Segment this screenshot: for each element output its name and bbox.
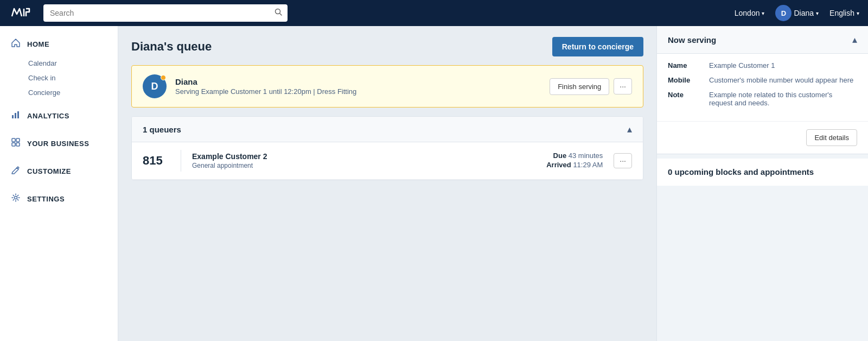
note-label: Note xyxy=(668,91,700,107)
sidebar-home-subitems: Calendar Check in Concierge xyxy=(0,56,118,100)
svg-rect-6 xyxy=(12,138,15,142)
user-name: Diana xyxy=(794,9,814,17)
svg-rect-7 xyxy=(16,138,20,142)
customize-icon xyxy=(11,165,21,178)
sidebar-section-analytics: ANALYTICS xyxy=(0,104,118,128)
your-business-icon xyxy=(11,137,21,150)
queuer-more-button[interactable]: ··· xyxy=(614,153,632,168)
page-header: Diana's queue Return to concierge xyxy=(131,37,643,56)
language-caret-icon: ▾ xyxy=(857,10,859,16)
language-selector[interactable]: English ▾ xyxy=(829,9,859,17)
note-value: Example note related to this customer's … xyxy=(709,91,857,107)
now-serving-header: Now serving ▴ xyxy=(657,26,868,54)
queuer-info: Example Customer 2 General appointment xyxy=(192,152,546,169)
avatar-status-dot xyxy=(161,75,166,80)
now-serving-collapse-button[interactable]: ▴ xyxy=(852,34,857,46)
sidebar-section-your-business: YOUR BUSINESS xyxy=(0,132,118,155)
queuer-service: General appointment xyxy=(192,162,546,169)
queuer-number: 815 xyxy=(143,154,181,168)
sidebar-item-home[interactable]: HOME xyxy=(0,33,118,56)
sidebar-analytics-label: ANALYTICS xyxy=(27,112,69,120)
user-menu[interactable]: D Diana ▾ xyxy=(775,5,819,21)
sidebar-section-settings: SETTINGS xyxy=(0,187,118,211)
sidebar-home-label: HOME xyxy=(27,40,49,48)
sidebar-customize-label: CUSTOMIZE xyxy=(27,167,71,175)
mobile-label: Mobile xyxy=(668,76,700,84)
app-header: London ▾ D Diana ▾ English ▾ xyxy=(0,0,868,26)
name-label: Name xyxy=(668,61,700,70)
now-serving-section: Now serving ▴ Name Example Customer 1 Mo… xyxy=(657,26,868,154)
logo xyxy=(9,4,33,22)
location-selector[interactable]: London ▾ xyxy=(735,9,765,17)
mobile-value: Customer's mobile number would appear he… xyxy=(709,76,857,84)
main-layout: HOME Calendar Check in Concierge ANALYTI… xyxy=(0,26,868,341)
finish-serving-button[interactable]: Finish serving xyxy=(550,78,609,95)
table-row: 815 Example Customer 2 General appointme… xyxy=(132,142,643,180)
language-label: English xyxy=(829,9,854,17)
serving-actions: Finish serving ··· xyxy=(550,78,632,95)
queuer-name: Example Customer 2 xyxy=(192,152,546,161)
queuers-card: 1 queuers ▴ 815 Example Customer 2 Gener… xyxy=(131,116,643,180)
sidebar-item-your-business[interactable]: YOUR BUSINESS xyxy=(0,132,118,155)
queuers-count: 1 queuers xyxy=(143,125,181,134)
serving-avatar: D xyxy=(143,74,167,98)
sidebar-item-settings[interactable]: SETTINGS xyxy=(0,187,118,211)
queuer-meta: Due 43 minutes Arrived 11:29 AM xyxy=(546,151,603,170)
serving-description: Serving Example Customer 1 until 12:20pm… xyxy=(175,87,541,96)
sidebar: HOME Calendar Check in Concierge ANALYTI… xyxy=(0,26,118,341)
right-panel: Now serving ▴ Name Example Customer 1 Mo… xyxy=(656,26,868,341)
sidebar-checkin[interactable]: Check in xyxy=(28,71,118,85)
queuer-arrived: Arrived 11:29 AM xyxy=(546,161,603,169)
detail-row-mobile: Mobile Customer's mobile number would ap… xyxy=(668,76,857,84)
home-icon xyxy=(11,38,21,50)
svg-line-2 xyxy=(280,14,282,16)
settings-icon xyxy=(11,193,21,205)
location-caret-icon: ▾ xyxy=(762,10,764,16)
search-input[interactable] xyxy=(43,4,288,22)
detail-row-name: Name Example Customer 1 xyxy=(668,61,857,70)
user-caret-icon: ▾ xyxy=(816,10,819,16)
serving-more-button[interactable]: ··· xyxy=(614,78,632,94)
now-serving-details: Name Example Customer 1 Mobile Customer'… xyxy=(657,54,868,121)
analytics-icon xyxy=(11,110,21,122)
sidebar-your-business-label: YOUR BUSINESS xyxy=(27,140,89,148)
sidebar-item-customize[interactable]: CUSTOMIZE xyxy=(0,160,118,183)
avatar: D xyxy=(775,5,792,21)
now-serving-footer: Edit details xyxy=(657,121,868,154)
serving-info: Diana Serving Example Customer 1 until 1… xyxy=(175,77,541,96)
name-value: Example Customer 1 xyxy=(709,61,857,70)
search-icon xyxy=(275,8,282,18)
location-label: London xyxy=(735,9,760,17)
header-right: London ▾ D Diana ▾ English ▾ xyxy=(735,5,859,21)
upcoming-title: 0 upcoming blocks and appointments xyxy=(668,167,814,176)
main-content: Diana's queue Return to concierge D Dian… xyxy=(118,26,656,341)
svg-rect-8 xyxy=(12,143,15,146)
now-serving-title: Now serving xyxy=(668,35,716,45)
sidebar-settings-label: SETTINGS xyxy=(27,195,65,203)
detail-row-note: Note Example note related to this custom… xyxy=(668,91,857,107)
svg-rect-3 xyxy=(12,115,14,118)
queuer-actions: ··· xyxy=(614,153,632,168)
queuer-due: Due 43 minutes xyxy=(546,151,603,160)
sidebar-section-customize: CUSTOMIZE xyxy=(0,160,118,183)
svg-rect-4 xyxy=(15,113,16,118)
svg-rect-9 xyxy=(16,143,20,146)
serving-card: D Diana Serving Example Customer 1 until… xyxy=(131,65,643,108)
queuers-header: 1 queuers ▴ xyxy=(132,117,643,142)
return-to-concierge-button[interactable]: Return to concierge xyxy=(552,37,643,56)
sidebar-calendar[interactable]: Calendar xyxy=(28,56,118,71)
sidebar-concierge[interactable]: Concierge xyxy=(28,85,118,100)
search-container xyxy=(43,4,288,22)
svg-rect-5 xyxy=(17,111,19,118)
page-title: Diana's queue xyxy=(131,40,212,54)
sidebar-section-home: HOME Calendar Check in Concierge xyxy=(0,33,118,100)
serving-name: Diana xyxy=(175,77,541,86)
svg-point-10 xyxy=(15,197,17,199)
edit-details-button[interactable]: Edit details xyxy=(806,129,857,146)
upcoming-section: 0 upcoming blocks and appointments xyxy=(657,159,868,186)
queuers-collapse-button[interactable]: ▴ xyxy=(627,123,632,135)
queuer-divider xyxy=(181,150,181,172)
sidebar-item-analytics[interactable]: ANALYTICS xyxy=(0,104,118,128)
